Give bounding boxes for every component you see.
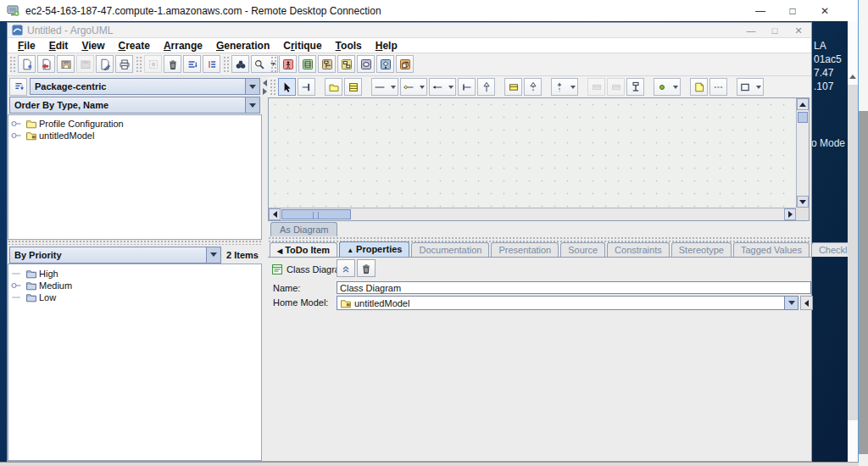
note-tool[interactable]	[690, 78, 708, 96]
aggregation-tool[interactable]	[400, 78, 427, 96]
argouml-close-button[interactable]: ✕	[793, 25, 804, 36]
menu-view[interactable]: View	[75, 40, 111, 52]
argouml-minimize-button[interactable]: —	[745, 25, 757, 36]
comment-tool-dropdown-icon[interactable]	[673, 86, 678, 89]
menu-tools[interactable]: Tools	[329, 40, 369, 52]
canvas-vertical-scrollbar[interactable]	[796, 98, 809, 208]
menu-generation[interactable]: Generation	[209, 40, 276, 52]
tab-checklist[interactable]: Checklist	[811, 242, 848, 257]
todo-item-medium[interactable]: Medium	[8, 280, 261, 291]
perspective-combobox[interactable]: Package-centric	[30, 78, 260, 95]
rdp-horizontal-scrollbar[interactable]	[0, 462, 859, 466]
nav-config-button[interactable]	[183, 55, 201, 73]
association-class-tool[interactable]	[587, 78, 605, 96]
horizontal-scroll-thumb[interactable]	[281, 209, 351, 219]
scroll-down-button[interactable]	[797, 196, 809, 208]
export-button[interactable]	[96, 55, 114, 73]
new-activity-diagram-button[interactable]	[376, 55, 394, 73]
remove-from-diagram-button[interactable]	[144, 55, 162, 73]
menu-arrange[interactable]: Arrange	[157, 40, 209, 52]
open-project-button[interactable]	[37, 55, 55, 73]
association-tool-dropdown-icon[interactable]	[391, 86, 396, 89]
dependency-tool[interactable]	[458, 78, 476, 96]
dashed-line-tool[interactable]	[709, 78, 727, 96]
tab-stereotype[interactable]: Stereotype	[671, 242, 732, 257]
abstraction-tool[interactable]	[551, 78, 578, 96]
composition-tool[interactable]	[429, 78, 456, 96]
select-tool[interactable]	[278, 78, 296, 96]
argouml-maximize-button[interactable]: □	[769, 25, 781, 36]
tab-as-diagram[interactable]: As Diagram	[270, 222, 337, 236]
home-model-combobox[interactable]: untitledModel	[337, 296, 798, 310]
scroll-left-button[interactable]	[269, 208, 281, 220]
interface-tool[interactable]	[504, 78, 522, 96]
tab-properties[interactable]: ▲Properties	[339, 241, 409, 257]
new-collaboration-diagram-button[interactable]	[337, 55, 355, 73]
rdp-vertical-scrollbar[interactable]	[848, 21, 858, 462]
tab-source[interactable]: Source	[560, 242, 605, 257]
splitter-collapse-right-icon[interactable]	[263, 88, 267, 95]
broom-tool[interactable]	[298, 78, 315, 96]
realization-tool[interactable]	[524, 78, 542, 96]
association-tool[interactable]	[371, 78, 398, 96]
order-combobox-arrow[interactable]	[245, 97, 259, 113]
todo-item-low[interactable]: Low	[8, 291, 261, 303]
name-input[interactable]	[337, 281, 811, 294]
abstraction-tool-dropdown-icon[interactable]	[570, 86, 576, 89]
tab-constraints[interactable]: Constraints	[607, 242, 670, 257]
new-statechart-diagram-button[interactable]	[357, 55, 375, 73]
composition-tool-dropdown-icon[interactable]	[448, 86, 453, 89]
explorer-todo-splitter[interactable]	[8, 240, 262, 245]
todo-filter-arrow[interactable]	[206, 247, 220, 263]
navigate-back-button[interactable]	[800, 296, 813, 310]
diagram-canvas[interactable]	[269, 98, 796, 208]
shape-tool[interactable]	[737, 78, 764, 96]
find-button[interactable]	[231, 55, 249, 73]
tree-item-profile-configuration[interactable]: Profile Configuration	[8, 118, 261, 130]
delete-button[interactable]	[357, 259, 376, 277]
todo-filter-combobox[interactable]: By Priority	[9, 247, 221, 264]
navigate-up-button[interactable]	[337, 259, 355, 277]
attribute-tool[interactable]	[607, 78, 625, 96]
tab-todo-item[interactable]: ◀ToDo Item	[270, 242, 337, 257]
new-project-button[interactable]	[18, 55, 36, 73]
argouml-titlebar[interactable]: Untitled - ArgoUML — □ ✕	[8, 23, 811, 38]
save-project-button[interactable]	[57, 55, 75, 73]
vertical-splitter[interactable]	[262, 76, 268, 461]
menu-help[interactable]: Help	[369, 40, 404, 52]
new-deployment-diagram-button[interactable]	[396, 55, 414, 73]
order-combobox[interactable]: Order By Type, Name	[9, 97, 260, 114]
tree-expand-handle-icon[interactable]	[8, 280, 24, 291]
print-button[interactable]	[115, 55, 133, 73]
tab-tagged-values[interactable]: Tagged Values	[733, 242, 810, 257]
rdp-maximize-button[interactable]: □	[776, 0, 809, 21]
generalization-tool[interactable]	[477, 78, 495, 96]
node-tool[interactable]	[626, 78, 644, 96]
new-class-diagram-button[interactable]	[298, 55, 316, 73]
delete-from-model-button[interactable]	[164, 55, 181, 73]
package-tool[interactable]	[325, 78, 342, 96]
tree-item-untitledmodel[interactable]: untitledModel	[8, 130, 261, 141]
rdp-titlebar[interactable]: ec2-54-163-187-47.compute-1.amazonaws.co…	[0, 0, 858, 21]
rdp-scroll-up-icon[interactable]	[849, 75, 856, 79]
rdp-close-button[interactable]: ✕	[809, 0, 841, 21]
rdp-scroll-thumb[interactable]	[848, 85, 858, 420]
perspective-combobox-arrow[interactable]	[245, 79, 259, 94]
tree-expand-handle-icon[interactable]	[8, 118, 24, 130]
perspective-list-button[interactable]	[203, 55, 220, 73]
vertical-scroll-thumb[interactable]	[798, 112, 808, 123]
splitter-collapse-left-icon[interactable]	[263, 80, 267, 86]
scroll-up-button[interactable]	[797, 98, 809, 110]
scroll-right-button[interactable]	[784, 208, 796, 220]
rdp-minimize-button[interactable]: —	[744, 0, 776, 21]
menu-create[interactable]: Create	[112, 40, 157, 52]
home-model-arrow[interactable]	[784, 297, 798, 309]
perspective-config-button[interactable]	[9, 78, 27, 96]
canvas-horizontal-scrollbar[interactable]	[269, 208, 796, 220]
menu-critique[interactable]: Critique	[276, 40, 328, 52]
aggregation-tool-dropdown-icon[interactable]	[420, 86, 425, 89]
tab-documentation[interactable]: Documentation	[411, 242, 489, 257]
save-project-as-button[interactable]	[76, 55, 94, 73]
tab-presentation[interactable]: Presentation	[491, 242, 559, 257]
class-tool[interactable]	[344, 78, 362, 96]
